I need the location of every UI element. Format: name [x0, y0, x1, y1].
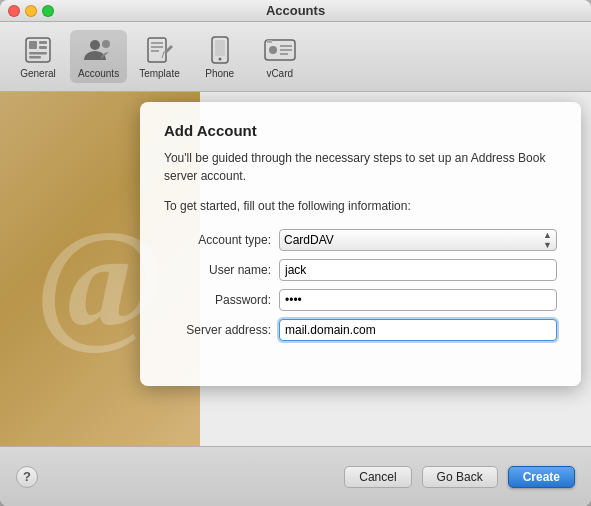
account-type-wrapper: CardDAV Exchange LDAP Google ▲▼ [279, 229, 557, 251]
toolbar-item-template[interactable]: Template [131, 30, 188, 83]
svg-rect-14 [215, 40, 225, 56]
maximize-button[interactable] [42, 5, 54, 17]
username-label: User name: [164, 263, 279, 277]
svg-rect-3 [39, 46, 47, 49]
dialog-description: You'll be guided through the necessary s… [164, 149, 557, 185]
svg-point-7 [102, 40, 110, 48]
close-button[interactable] [8, 5, 20, 17]
toolbar-item-accounts[interactable]: Accounts [70, 30, 127, 83]
password-row: Password: [164, 289, 557, 311]
create-button[interactable]: Create [508, 466, 575, 488]
account-type-row: Account type: CardDAV Exchange LDAP Goog… [164, 229, 557, 251]
svg-rect-21 [267, 40, 272, 43]
svg-rect-2 [39, 41, 47, 44]
main-window: Accounts General [0, 0, 591, 506]
general-icon [22, 34, 54, 66]
bottom-bar: ? Cancel Go Back Create [0, 446, 591, 506]
template-label: Template [139, 68, 180, 79]
svg-point-6 [90, 40, 100, 50]
svg-rect-8 [148, 38, 166, 62]
svg-point-15 [218, 58, 221, 61]
svg-rect-5 [29, 56, 41, 59]
go-back-button[interactable]: Go Back [422, 466, 498, 488]
server-address-input[interactable] [279, 319, 557, 341]
vcard-label: vCard [266, 68, 293, 79]
traffic-lights [8, 5, 54, 17]
toolbar: General Accounts [0, 22, 591, 92]
account-type-select[interactable]: CardDAV Exchange LDAP Google [279, 229, 557, 251]
svg-rect-4 [29, 52, 47, 55]
server-address-label: Server address: [164, 323, 279, 337]
password-input[interactable] [279, 289, 557, 311]
add-account-dialog: Add Account You'll be guided through the… [140, 102, 581, 386]
cancel-button[interactable]: Cancel [344, 466, 411, 488]
accounts-icon [83, 34, 115, 66]
toolbar-item-general[interactable]: General [10, 30, 66, 83]
svg-line-12 [162, 52, 164, 58]
general-label: General [20, 68, 56, 79]
phone-icon [204, 34, 236, 66]
help-button[interactable]: ? [16, 466, 38, 488]
server-address-row: Server address: [164, 319, 557, 341]
account-type-label: Account type: [164, 233, 279, 247]
dialog-title: Add Account [164, 122, 557, 139]
toolbar-item-vcard[interactable]: vCard [252, 30, 308, 83]
username-input[interactable] [279, 259, 557, 281]
main-content: @ Add Account You'll be guided through t… [0, 92, 591, 446]
dialog-instruction: To get started, fill out the following i… [164, 199, 557, 213]
minimize-button[interactable] [25, 5, 37, 17]
vcard-icon [264, 34, 296, 66]
titlebar: Accounts [0, 0, 591, 22]
username-row: User name: [164, 259, 557, 281]
accounts-label: Accounts [78, 68, 119, 79]
bottom-left: ? [16, 466, 38, 488]
template-icon [143, 34, 175, 66]
toolbar-item-phone[interactable]: Phone [192, 30, 248, 83]
svg-rect-1 [29, 41, 37, 49]
window-title: Accounts [266, 3, 325, 18]
bottom-right: Cancel Go Back Create [344, 466, 575, 488]
svg-point-17 [269, 46, 277, 54]
phone-label: Phone [205, 68, 234, 79]
password-label: Password: [164, 293, 279, 307]
